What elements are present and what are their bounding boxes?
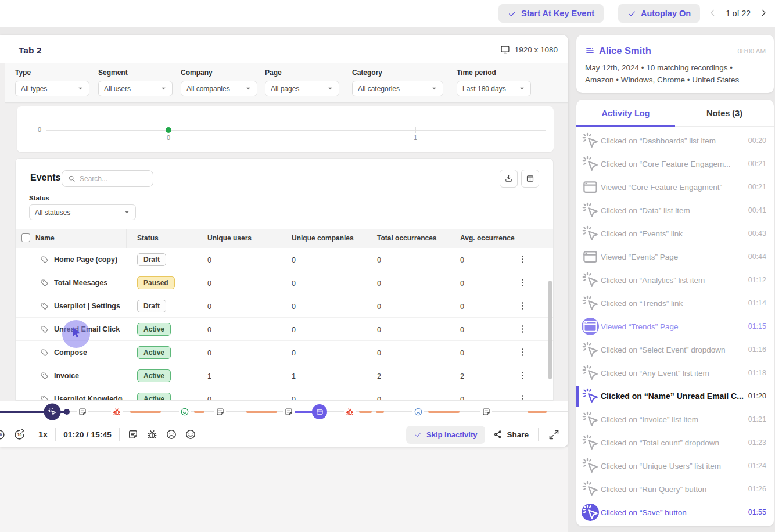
sidebar-tabs: Activity Log Notes (3) [576, 100, 774, 127]
filter-select[interactable]: All pages [265, 81, 339, 96]
search-input[interactable] [80, 175, 147, 183]
activity-log-item[interactable]: Clicked on “Total count” dropdown01:23 [576, 431, 774, 454]
table-row[interactable]: Total MeesagesPaused0000 [16, 271, 553, 294]
search-icon [68, 175, 76, 182]
event-name: Compose [54, 348, 87, 357]
share-button[interactable]: Share [493, 430, 529, 439]
timeline-note-marker[interactable] [214, 406, 226, 418]
filter-select[interactable]: All types [15, 81, 89, 96]
activity-log-item[interactable]: Clicked on “Trends” link01:14 [576, 292, 774, 315]
table-row[interactable]: ComposeActive0000 [16, 341, 553, 364]
forward-10-button[interactable]: 10 [13, 429, 26, 441]
filter-select[interactable]: All users [98, 81, 173, 96]
filter-select[interactable]: All categories [352, 81, 443, 96]
table-row[interactable]: Home Page (copy)Draft0000 [16, 248, 553, 271]
activity-log-item[interactable]: Clicked on “Select Event” dropdown01:16 [576, 338, 774, 361]
filter-select[interactable]: All companies [181, 81, 257, 96]
add-note-button[interactable] [127, 429, 139, 440]
activity-log-item[interactable]: Clicked on “Run Query” button01:26 [576, 477, 774, 501]
activity-log-item[interactable]: Clicked on “Data” list item00:41 [576, 199, 774, 222]
table-row[interactable]: Userpilot Knowledge ...Active0000 [16, 387, 553, 400]
timeline-playhead[interactable] [44, 404, 61, 420]
user-name[interactable]: Alice Smith [599, 45, 651, 56]
next-recording-button[interactable] [758, 8, 769, 19]
activity-log-item[interactable]: Viewed “Trends” Page01:15 [576, 315, 774, 338]
positive-reaction-button[interactable] [185, 429, 196, 440]
kebab-menu-icon[interactable] [518, 254, 528, 264]
timeline-dot-marker[interactable] [64, 409, 70, 415]
column-divider [126, 229, 127, 248]
timecode: 01:20 / 15:45 [63, 430, 112, 439]
activity-log-item[interactable]: Viewed “Events” Page00:44 [576, 245, 774, 268]
session-meta: May 12th, 2024 • 10 matching recordings … [585, 62, 760, 87]
column-header: Name [35, 234, 55, 242]
event-name: Userpilot | Settings [54, 302, 120, 310]
background-panel [0, 447, 568, 532]
page-icon [316, 408, 324, 416]
activity-text: Clicked on “Any Event” list item [601, 369, 746, 378]
activity-log-item[interactable]: Clicked on “Name” Unread Email C...01:20 [576, 384, 774, 408]
events-search[interactable] [62, 170, 153, 187]
tab-notes[interactable]: Notes (3) [675, 100, 774, 126]
cell-value: 0 [460, 396, 464, 400]
download-button[interactable] [500, 170, 518, 188]
select-all-checkbox[interactable] [21, 233, 30, 242]
playback-speed-button[interactable]: 1x [38, 430, 48, 439]
activity-log-item[interactable]: Clicked on “Dashboards” list item00:20 [576, 129, 774, 152]
playback-timeline[interactable] [0, 403, 568, 420]
timeline-event-marker[interactable] [312, 404, 327, 419]
fullscreen-button[interactable] [548, 429, 560, 441]
timeline-note-marker[interactable] [480, 406, 492, 418]
table-scrollbar[interactable] [548, 281, 552, 379]
table-row[interactable]: Unread Email ClickActive0000 [16, 318, 553, 341]
activity-log-item[interactable]: Clicked on “Save” button01:55 [576, 501, 774, 524]
kebab-menu-icon[interactable] [518, 324, 528, 334]
negative-reaction-button[interactable] [166, 429, 177, 440]
timeline-note-marker[interactable] [77, 406, 88, 418]
table-columns-button[interactable] [521, 170, 539, 188]
activity-log-item[interactable]: Clicked on “Unique Users” list item01:24 [576, 454, 774, 477]
chevD-icon [327, 85, 333, 92]
divider [55, 428, 56, 441]
activity-log-item[interactable]: Clicked on “Any Event” list item01:18 [576, 361, 774, 384]
divider [204, 428, 204, 441]
report-bug-button[interactable] [146, 429, 158, 440]
activity-log-item[interactable]: Clicked on “Core Feature Engagem...00:21 [576, 152, 774, 175]
filter-select[interactable]: Last 180 days [457, 81, 531, 96]
kebab-menu-icon[interactable] [518, 371, 528, 380]
activity-log-item[interactable]: Viewed “Core Feature Engagment”00:21 [576, 175, 774, 199]
rewind-10-button[interactable]: 10 [0, 429, 6, 441]
kebab-menu-icon[interactable] [518, 394, 528, 400]
svg-text:10: 10 [17, 433, 22, 437]
skip-inactivity-toggle[interactable]: Skip Inactivity [406, 426, 485, 444]
activity-log-item[interactable]: Clicked on “Analytics” list item01:12 [576, 268, 774, 292]
chevD-icon [160, 85, 167, 92]
download-icon [504, 174, 513, 183]
cell-value: 0 [207, 303, 211, 311]
start-at-key-event-button[interactable]: Start At Key Event [498, 4, 604, 23]
status-filter-select[interactable]: All statuses [29, 204, 136, 220]
timeline-bug-marker[interactable] [111, 406, 123, 418]
status-badge: Active [137, 369, 171, 382]
autoplay-button[interactable]: Autoplay On [618, 4, 700, 23]
cell-value: 0 [292, 279, 296, 287]
cell-value: 0 [377, 396, 381, 400]
timeline-smile-marker[interactable] [179, 406, 191, 418]
kebab-menu-icon[interactable] [518, 301, 528, 311]
activity-log-item[interactable]: Clicked on “Invoice” list item01:21 [576, 408, 774, 431]
timeline-note-marker[interactable] [283, 406, 295, 418]
kebab-menu-icon[interactable] [518, 347, 528, 357]
event-name: Unread Email Click [54, 325, 120, 333]
table-row[interactable]: InvoiceActive1122 [16, 364, 553, 387]
timeline-frown-marker[interactable] [412, 406, 424, 418]
prev-recording-button[interactable] [707, 8, 719, 19]
activity-log-item[interactable]: Clicked on “Events” link00:43 [576, 222, 774, 245]
divider [538, 428, 539, 441]
kebab-menu-icon[interactable] [518, 278, 528, 287]
timeline-bug-marker[interactable] [344, 406, 356, 418]
table-row[interactable]: Userpilot | SettingsDraft0000 [16, 294, 553, 318]
tab-activity-log[interactable]: Activity Log [576, 100, 675, 126]
recording-pagination: 1 of 22 [726, 9, 751, 18]
activity-text: Viewed “Events” Page [601, 253, 746, 261]
chart-data-point[interactable] [166, 127, 171, 133]
